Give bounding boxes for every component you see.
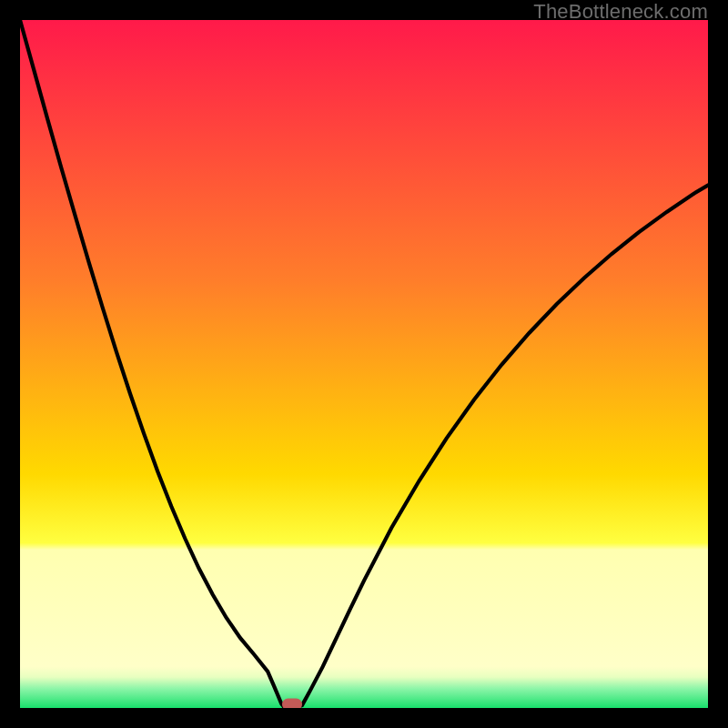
plot-area	[20, 20, 708, 708]
minimum-marker	[282, 699, 302, 708]
credit-text: TheBottleneck.com	[533, 0, 708, 24]
bottleneck-curve	[20, 20, 708, 708]
chart-frame: TheBottleneck.com	[0, 0, 728, 728]
